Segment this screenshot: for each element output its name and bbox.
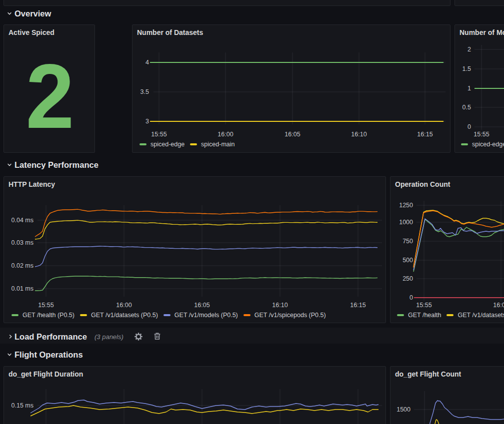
svg-text:16:15: 16:15 [350, 302, 366, 309]
svg-text:1500: 1500 [396, 406, 410, 413]
svg-text:16:10: 16:10 [351, 131, 366, 138]
svg-text:0.15 ms: 0.15 ms [12, 402, 34, 409]
svg-text:2: 2 [468, 46, 471, 53]
svg-text:16:05: 16:05 [284, 131, 300, 138]
svg-text:3: 3 [146, 118, 149, 125]
svg-text:500: 500 [402, 257, 413, 264]
svg-text:16:00: 16:00 [116, 302, 132, 309]
svg-text:0: 0 [410, 294, 413, 301]
svg-text:0: 0 [468, 123, 471, 130]
svg-text:0.02 ms: 0.02 ms [12, 262, 34, 269]
svg-text:1250: 1250 [399, 202, 413, 209]
svg-text:0.04 ms: 0.04 ms [12, 217, 34, 224]
svg-text:1000: 1000 [399, 219, 413, 226]
svg-text:15:55: 15:55 [474, 131, 489, 138]
svg-text:1.5: 1.5 [462, 65, 471, 72]
svg-text:0.5: 0.5 [462, 104, 471, 111]
svg-text:15:55: 15:55 [151, 131, 166, 138]
svg-text:16:15: 16:15 [417, 131, 432, 138]
svg-text:16:10: 16:10 [272, 302, 288, 309]
svg-text:750: 750 [402, 238, 413, 245]
svg-text:0.01 ms: 0.01 ms [12, 285, 34, 292]
svg-text:250: 250 [402, 275, 413, 282]
svg-text:16:00: 16:00 [493, 302, 504, 309]
svg-text:15:55: 15:55 [38, 302, 54, 309]
svg-text:16:00: 16:00 [218, 131, 233, 138]
svg-text:3.5: 3.5 [140, 88, 149, 95]
svg-text:16:05: 16:05 [194, 302, 210, 309]
svg-text:0.03 ms: 0.03 ms [12, 239, 34, 246]
svg-text:4: 4 [146, 59, 149, 66]
svg-text:1: 1 [468, 85, 471, 92]
svg-text:15:55: 15:55 [416, 302, 432, 309]
